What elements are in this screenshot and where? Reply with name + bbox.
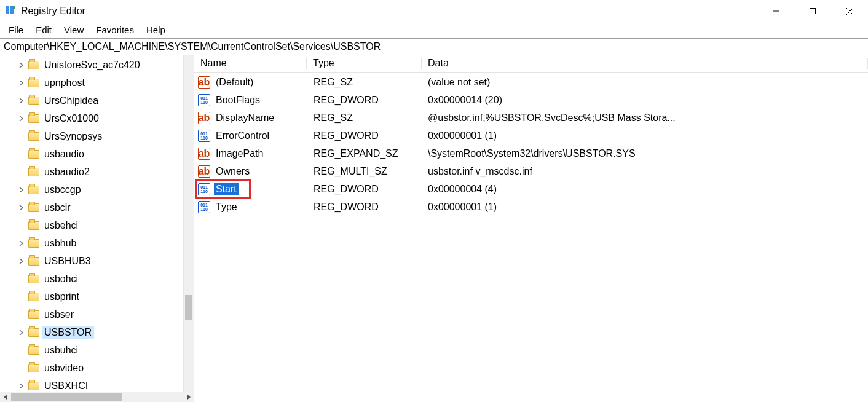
tree-item[interactable]: usbaudio xyxy=(17,146,194,164)
window-controls xyxy=(757,0,868,22)
tree-item[interactable]: UrsSynopsys xyxy=(17,128,194,146)
close-button[interactable] xyxy=(831,0,868,22)
value-name: Type xyxy=(214,201,239,213)
address-bar[interactable]: Computer\HKEY_LOCAL_MACHINE\SYSTEM\Curre… xyxy=(0,38,868,55)
tree-item[interactable]: USBXHCI xyxy=(17,377,194,392)
folder-icon xyxy=(28,328,39,337)
value-row[interactable]: abOwnersREG_MULTI_SZusbstor.inf v_mscdsc… xyxy=(194,163,868,181)
column-name[interactable]: Name xyxy=(194,58,306,69)
chevron-right-icon[interactable] xyxy=(17,328,26,337)
expander-placeholder xyxy=(17,364,26,372)
tree-item[interactable]: usbuhci xyxy=(17,342,194,360)
value-type-cell: REG_DWORD xyxy=(307,184,422,195)
dword-value-icon: 011110 xyxy=(198,130,210,142)
list-body[interactable]: ab(Default)REG_SZ(value not set)011110Bo… xyxy=(194,73,868,403)
value-data-cell: 0x00000014 (20) xyxy=(422,95,868,106)
svg-point-4 xyxy=(13,6,15,9)
value-type-cell: REG_DWORD xyxy=(307,202,422,213)
tree-vertical-scrollbar[interactable] xyxy=(183,55,194,392)
folder-icon xyxy=(28,221,39,230)
minimize-button[interactable] xyxy=(757,0,794,22)
expander-placeholder xyxy=(17,150,26,159)
tree-item-label: USBXHCI xyxy=(42,380,90,392)
tree-item[interactable]: usbprint xyxy=(17,288,194,306)
tree-item[interactable]: upnphost xyxy=(17,74,194,92)
chevron-right-icon[interactable] xyxy=(17,382,26,390)
folder-icon xyxy=(28,150,39,159)
menu-help[interactable]: Help xyxy=(141,23,170,36)
folder-icon xyxy=(28,79,39,87)
value-data-cell: 0x00000004 (4) xyxy=(422,184,868,195)
scroll-thumb[interactable] xyxy=(185,295,192,320)
menu-edit[interactable]: Edit xyxy=(31,23,57,36)
tree-item-label: usbohci xyxy=(42,273,81,285)
value-row[interactable]: 011110ErrorControlREG_DWORD0x00000001 (1… xyxy=(194,127,868,145)
tree-item[interactable]: USBSTOR xyxy=(17,324,194,342)
scroll-left-arrow[interactable] xyxy=(0,392,10,402)
value-type-cell: REG_MULTI_SZ xyxy=(307,166,422,177)
value-name-cell: 011110Start xyxy=(194,183,307,195)
menu-file[interactable]: File xyxy=(4,23,28,36)
string-value-icon: ab xyxy=(198,148,210,160)
expander-placeholder xyxy=(17,221,26,230)
tree-item[interactable]: UnistoreSvc_ac7c420 xyxy=(17,57,194,74)
value-row[interactable]: abImagePathREG_EXPAND_SZ\SystemRoot\Syst… xyxy=(194,145,868,163)
folder-icon xyxy=(28,382,39,390)
chevron-right-icon[interactable] xyxy=(17,203,26,212)
tree-item[interactable]: usbehci xyxy=(17,217,194,235)
content-area: UnistoreSvc_ac7c420upnphostUrsChipideaUr… xyxy=(0,55,868,403)
value-row[interactable]: abDisplayNameREG_SZ@usbstor.inf,%USBSTOR… xyxy=(194,109,868,127)
tree-item[interactable]: usbcir xyxy=(17,199,194,217)
menu-favorites[interactable]: Favorites xyxy=(91,23,139,36)
tree-item[interactable]: UrsChipidea xyxy=(17,92,194,110)
tree-item[interactable]: usbhub xyxy=(17,235,194,253)
value-row[interactable]: 011110TypeREG_DWORD0x00000001 (1) xyxy=(194,199,868,216)
tree-item-label: usbcir xyxy=(42,202,73,214)
tree-item-label: UrsCx01000 xyxy=(42,112,101,125)
tree-item[interactable]: usbvideo xyxy=(17,360,194,377)
tree-item[interactable]: usbccgp xyxy=(17,181,194,199)
string-value-icon: ab xyxy=(198,165,210,178)
tree-item[interactable]: usbser xyxy=(17,306,194,324)
expander-placeholder xyxy=(17,346,26,355)
chevron-right-icon[interactable] xyxy=(17,61,26,69)
dword-value-icon: 011110 xyxy=(198,201,210,213)
scroll-thumb[interactable] xyxy=(11,393,122,401)
value-type: REG_DWORD xyxy=(314,130,379,141)
string-value-icon: ab xyxy=(198,76,210,89)
tree-horizontal-scrollbar[interactable] xyxy=(0,392,194,402)
value-data: 0x00000014 (20) xyxy=(428,95,502,105)
column-data[interactable]: Data xyxy=(422,58,867,69)
string-value-icon: ab xyxy=(198,112,210,124)
value-name: Start xyxy=(214,183,239,195)
value-row[interactable]: 011110BootFlagsREG_DWORD0x00000014 (20) xyxy=(194,92,868,109)
expander-placeholder xyxy=(17,310,26,319)
tree-item-label: usbehci xyxy=(42,219,81,232)
maximize-button[interactable] xyxy=(794,0,831,22)
value-row[interactable]: ab(Default)REG_SZ(value not set) xyxy=(194,74,868,92)
registry-tree[interactable]: UnistoreSvc_ac7c420upnphostUrsChipideaUr… xyxy=(0,55,194,392)
tree-item-label: usbaudio2 xyxy=(42,166,92,178)
tree-item-label: usbhub xyxy=(42,237,79,250)
scroll-right-arrow[interactable] xyxy=(183,392,194,402)
tree-item[interactable]: usbohci xyxy=(17,270,194,288)
menu-view[interactable]: View xyxy=(59,23,89,36)
chevron-right-icon[interactable] xyxy=(17,186,26,194)
tree-item[interactable]: USBHUB3 xyxy=(17,253,194,270)
tree-item[interactable]: UrsCx01000 xyxy=(17,110,194,128)
registry-editor-icon xyxy=(5,6,16,17)
chevron-right-icon[interactable] xyxy=(17,97,26,105)
chevron-right-icon[interactable] xyxy=(17,79,26,87)
tree-item-label: usbaudio xyxy=(42,148,87,160)
value-row[interactable]: 011110StartREG_DWORD0x00000004 (4) xyxy=(194,181,868,199)
column-type[interactable]: Type xyxy=(307,58,421,69)
values-list-panel: Name Type Data ab(Default)REG_SZ(value n… xyxy=(194,55,868,403)
chevron-right-icon[interactable] xyxy=(17,114,26,123)
tree-item[interactable]: usbaudio2 xyxy=(17,164,194,181)
value-name: ImagePath xyxy=(214,148,265,160)
chevron-right-icon[interactable] xyxy=(17,239,26,248)
window-title: Registry Editor xyxy=(21,6,85,17)
chevron-right-icon[interactable] xyxy=(17,257,26,266)
value-data: 0x00000001 (1) xyxy=(428,202,497,212)
value-name: DisplayName xyxy=(214,112,276,124)
